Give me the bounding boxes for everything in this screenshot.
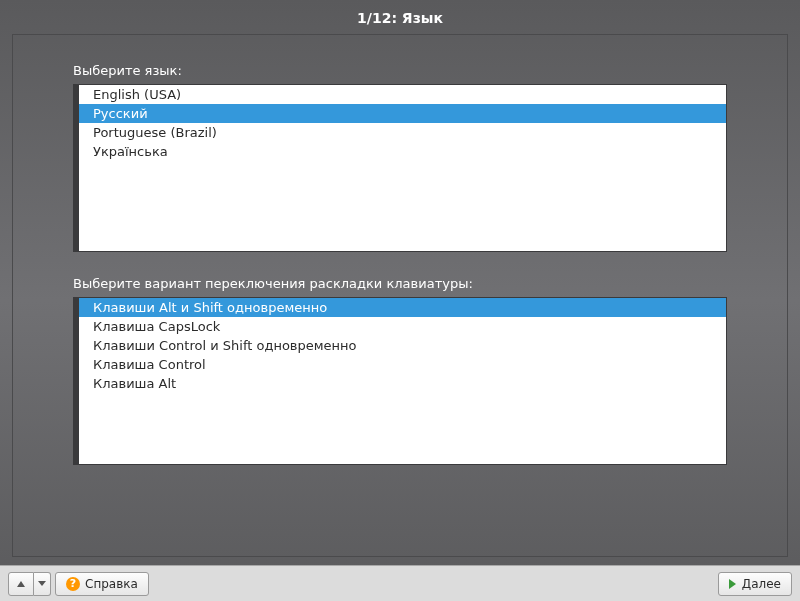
- back-split-button[interactable]: [8, 572, 51, 596]
- layout-label: Выберите вариант переключения раскладки …: [73, 276, 727, 291]
- language-label: Выберите язык:: [73, 63, 727, 78]
- next-button[interactable]: Далее: [718, 572, 792, 596]
- layout-item[interactable]: Клавиши Control и Shift одновременно: [79, 336, 726, 355]
- help-button[interactable]: ? Справка: [55, 572, 149, 596]
- layout-listbox[interactable]: Клавиши Alt и Shift одновременноКлавиша …: [73, 297, 727, 465]
- layout-item[interactable]: Клавиши Alt и Shift одновременно: [79, 298, 726, 317]
- chevron-down-icon: [38, 581, 46, 586]
- layout-item[interactable]: Клавиша Control: [79, 355, 726, 374]
- layout-item[interactable]: Клавиша CapsLock: [79, 317, 726, 336]
- language-listbox[interactable]: English (USA)РусскийPortuguese (Brazil)У…: [73, 84, 727, 252]
- help-icon: ?: [66, 577, 80, 591]
- language-item[interactable]: Русский: [79, 104, 726, 123]
- page-title: 1/12: Язык: [0, 0, 800, 34]
- footer-bar: ? Справка Далее: [0, 565, 800, 601]
- language-item[interactable]: English (USA): [79, 85, 726, 104]
- content-frame: Выберите язык: English (USA)РусскийPortu…: [12, 34, 788, 557]
- back-dropdown[interactable]: [34, 572, 51, 596]
- back-button[interactable]: [8, 572, 34, 596]
- language-item[interactable]: Українська: [79, 142, 726, 161]
- layout-item[interactable]: Клавиша Alt: [79, 374, 726, 393]
- language-item[interactable]: Portuguese (Brazil): [79, 123, 726, 142]
- arrow-up-icon: [17, 581, 25, 587]
- help-button-label: Справка: [85, 577, 138, 591]
- arrow-right-icon: [729, 579, 736, 589]
- next-button-label: Далее: [742, 577, 781, 591]
